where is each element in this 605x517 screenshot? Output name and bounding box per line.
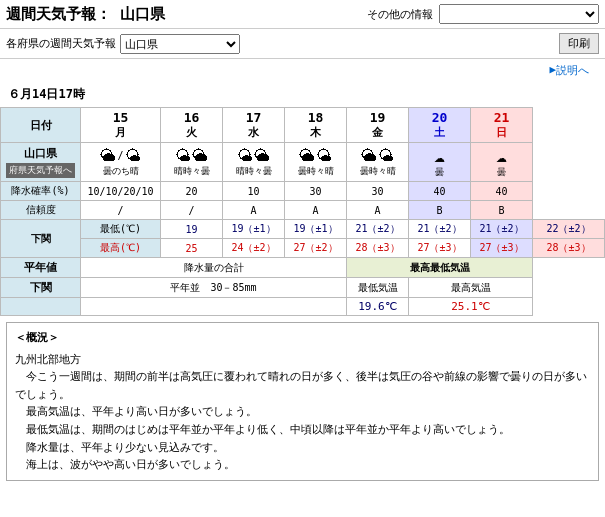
precip-row: 降水確率(%) 10/10/20/10 20 10 30 30 40 40: [1, 182, 605, 201]
conf-21: B: [471, 201, 533, 220]
day-15: 15 月: [81, 108, 161, 143]
top-right-controls: その他の情報: [367, 4, 599, 24]
precip-17: 10: [223, 182, 285, 201]
max-temp-20: 27（±3）: [471, 239, 533, 258]
avg-row-label: 平年並 30－85mm: [81, 278, 347, 298]
max-temp-16: 24（±2）: [223, 239, 285, 258]
min-temp-19: 21（±2）: [409, 220, 471, 239]
precip-20: 40: [409, 182, 471, 201]
max-temp-18: 28（±3）: [347, 239, 409, 258]
weather-text-18: 曇時々晴: [288, 165, 343, 178]
summary-title: ＜概況＞: [15, 329, 590, 347]
max-temp-15: 25: [161, 239, 223, 258]
conf-17: A: [223, 201, 285, 220]
explain-area: 説明へ: [0, 59, 605, 82]
weather-icon-19: 🌥 🌤 曇時々晴: [347, 143, 409, 182]
precip-16: 20: [161, 182, 223, 201]
day-18: 18 木: [285, 108, 347, 143]
conf-18: A: [285, 201, 347, 220]
max-temp-19: 27（±3）: [409, 239, 471, 258]
sono-label: その他の情報: [367, 7, 433, 22]
pref-link-text: 各府県の週間天気予報: [6, 36, 116, 51]
precip-19: 30: [347, 182, 409, 201]
precip-21: 40: [471, 182, 533, 201]
conf-16: /: [161, 201, 223, 220]
weather-table: 日付 15 月 16 火 17 水 18 木 19 金 20: [0, 107, 605, 316]
max-temp-17: 27（±2）: [285, 239, 347, 258]
min-temp-21: 22（±2）: [533, 220, 605, 239]
max-temp-row: 最高(℃) 25 24（±2） 27（±2） 28（±3） 27（±3） 27（…: [1, 239, 605, 258]
day-20: 20 土: [409, 108, 471, 143]
weather-text-15: 曇のち晴: [84, 165, 157, 178]
avg-desc: 降水量の合計: [81, 258, 347, 278]
confidence-label: 信頼度: [1, 201, 81, 220]
day-19: 19 金: [347, 108, 409, 143]
avg-minmax-header: 最高最低気温: [347, 258, 533, 278]
avg-location: 下関: [1, 278, 81, 298]
sub-left: 各府県の週間天気予報 山口県: [6, 34, 240, 54]
section-label-shimonoseki: 下関: [1, 220, 81, 258]
sono-select[interactable]: [439, 4, 599, 24]
weather-icon-16: 🌤 🌥 晴時々曇: [161, 143, 223, 182]
explain-link[interactable]: 説明へ: [8, 61, 597, 80]
weather-icon-21: ☁ 曇: [471, 143, 533, 182]
summary-line-4: 降水量は、平年より少ない見込みです。: [15, 439, 590, 457]
pref-cell: 山口県 府県天気予報へ: [1, 143, 81, 182]
min-temp-20: 21（±2）: [471, 220, 533, 239]
summary-line-3: 最低気温は、期間のはじめは平年並か平年より低く、中頃以降は平年並か平年より高いで…: [15, 421, 590, 439]
weather-text-17: 晴時々曇: [226, 165, 281, 178]
page-title: 週間天気予報： 山口県: [6, 5, 165, 24]
summary-box: ＜概況＞ 九州北部地方 今こう一週間は、期間の前半は高気圧に覆われて晴れの日が多…: [6, 322, 599, 481]
sub-bar: 各府県の週間天気予報 山口県 印刷: [0, 29, 605, 59]
max-temp-21: 28（±3）: [533, 239, 605, 258]
min-temp-18: 21（±2）: [347, 220, 409, 239]
weather-row: 山口県 府県天気予報へ 🌥 / 🌤 曇のち晴 🌤 🌥 晴時々曇: [1, 143, 605, 182]
precip-18: 30: [285, 182, 347, 201]
weather-text-21: 曇: [474, 166, 529, 179]
avg-label: 平年値: [1, 258, 81, 278]
conf-19: A: [347, 201, 409, 220]
avg-min-header: 最低気温: [347, 278, 409, 298]
pref-name: 山口県: [4, 146, 77, 161]
min-temp-row: 下関 最低(℃) 19 19（±1） 19（±1） 21（±2） 21（±2） …: [1, 220, 605, 239]
summary-line-5: 海上は、波がやや高い日が多いでしょう。: [15, 456, 590, 474]
precip-15: 10/10/20/10: [81, 182, 161, 201]
weather-icon-18: 🌥 🌤 曇時々晴: [285, 143, 347, 182]
day-16: 16 火: [161, 108, 223, 143]
min-temp-16: 19（±1）: [223, 220, 285, 239]
conf-15: /: [81, 201, 161, 220]
min-temp-15: 19: [161, 220, 223, 239]
avg-empty: [1, 298, 81, 316]
weather-text-19: 曇時々晴: [350, 165, 405, 178]
summary-line-0: 九州北部地方: [15, 351, 590, 369]
summary-line-2: 最高気温は、平年より高い日が多いでしょう。: [15, 403, 590, 421]
precip-label: 降水確率(%): [1, 182, 81, 201]
day-21: 21 日: [471, 108, 533, 143]
top-bar: 週間天気予報： 山口県 その他の情報: [0, 0, 605, 29]
weather-text-16: 晴時々曇: [164, 165, 219, 178]
max-temp-label: 最高(℃): [81, 239, 161, 258]
col-header-date: 日付: [1, 108, 81, 143]
avg-values-row: 19.6℃ 25.1℃: [1, 298, 605, 316]
conf-20: B: [409, 201, 471, 220]
weather-icon-17: 🌤 🌥 晴時々曇: [223, 143, 285, 182]
weather-icon-20: ☁ 曇: [409, 143, 471, 182]
pref-link-btn[interactable]: 府県天気予報へ: [6, 163, 75, 178]
min-temp-label: 最低(℃): [81, 220, 161, 239]
pref-select[interactable]: 山口県: [120, 34, 240, 54]
date-heading: ６月14日17時: [0, 82, 605, 107]
confidence-row: 信頼度 / / A A A B B: [1, 201, 605, 220]
summary-line-1: 今こう一週間は、期間の前半は高気圧に覆われて晴れの日が多く、後半は気圧の谷や前線…: [15, 368, 590, 403]
day-17: 17 水: [223, 108, 285, 143]
weather-icon-15: 🌥 / 🌤 曇のち晴: [81, 143, 161, 182]
avg-max-header: 最高気温: [409, 278, 533, 298]
avg-subheader-row: 下関 平年並 30－85mm 最低気温 最高気温: [1, 278, 605, 298]
avg-min-val: 19.6℃: [347, 298, 409, 316]
print-button[interactable]: 印刷: [559, 33, 599, 54]
min-temp-17: 19（±1）: [285, 220, 347, 239]
weather-text-20: 曇: [412, 166, 467, 179]
avg-max-val: 25.1℃: [409, 298, 533, 316]
avg-header-row: 平年値 降水量の合計 最高最低気温: [1, 258, 605, 278]
